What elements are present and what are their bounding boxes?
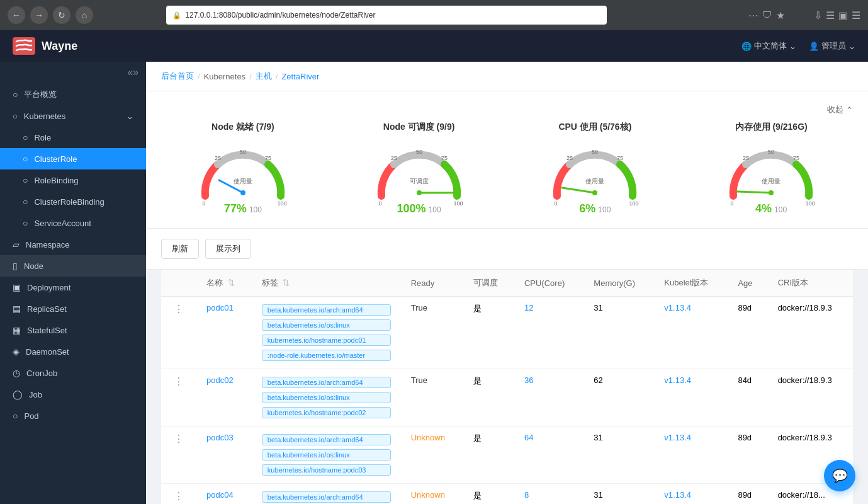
sidebar-collapse[interactable]: «»	[0, 62, 146, 83]
row-age: 84d	[728, 369, 767, 427]
app-title: Wayne	[42, 40, 77, 53]
replicaset-icon: ▤	[13, 304, 21, 314]
row-menu[interactable]: ⋮	[161, 484, 196, 505]
sidebar-item-platform-overview[interactable]: ○ 平台概览	[0, 83, 146, 106]
row-cpu: 64	[514, 427, 583, 484]
sidebar-item-clusterrolebinding[interactable]: ○ ClusterRoleBinding	[0, 191, 146, 212]
home-button[interactable]: ⌂	[76, 6, 93, 24]
sidebar-item-clusterrole[interactable]: ○ ClusterRole	[0, 148, 146, 169]
row-kubelet: v1.13.4	[654, 297, 728, 369]
row-memory: 31	[583, 297, 654, 369]
reload-button[interactable]: ↻	[53, 6, 70, 24]
breadcrumb: 后台首页 / Kubernetes / 主机 / ZettaRiver	[146, 62, 868, 91]
app-logo: Wayne	[13, 37, 77, 55]
sidebar-item-rolebinding[interactable]: ○ RoleBinding	[0, 169, 146, 191]
star-icon[interactable]: ★	[776, 9, 785, 21]
svg-point-25	[769, 190, 774, 195]
float-chat-button[interactable]: 💬	[824, 460, 855, 491]
sidebar-item-role[interactable]: ○ Role	[0, 127, 146, 148]
th-cri: CRI版本	[768, 270, 853, 297]
forward-button[interactable]: →	[30, 6, 48, 24]
job-icon: ◯	[13, 389, 23, 399]
svg-text:25: 25	[566, 155, 573, 161]
th-schedulable: 可调度	[463, 270, 514, 297]
svg-text:75: 75	[265, 155, 271, 161]
sidebar-item-job[interactable]: ◯ Job	[0, 384, 146, 405]
table-row: ⋮ podc02 beta.kubernetes.io/arch:amd64be…	[161, 369, 853, 427]
sidebar-item-node[interactable]: ▯ Node	[0, 255, 146, 277]
sidebar-kubernetes-group[interactable]: ○ Kubernetes ⌄	[0, 106, 146, 127]
breadcrumb-sep2: /	[249, 72, 252, 81]
address-bar[interactable]: 🔒 127.0.0.1:8080/public/admin/kubernetes…	[166, 6, 607, 25]
table-row: ⋮ podc01 beta.kubernetes.io/arch:amd64be…	[161, 297, 853, 369]
gauge-memory: 使用量 0 25 50 75 100	[721, 139, 821, 209]
tag: beta.kubernetes.io/arch:amd64	[262, 434, 391, 445]
row-kubelet: v1.13.4	[654, 427, 728, 484]
collapse-icon[interactable]: «»	[127, 67, 138, 78]
bookmarks-icon[interactable]: ☰	[826, 9, 835, 21]
breadcrumb-sep1: /	[198, 72, 200, 81]
collapse-stats-button[interactable]: 收起 ⌃	[827, 104, 853, 115]
svg-text:使用量: 使用量	[234, 178, 252, 185]
sidebar-item-serviceaccount[interactable]: ○ ServiceAccount	[0, 212, 146, 234]
sidebar-item-pod[interactable]: ○ Pod	[0, 405, 146, 427]
language-selector[interactable]: 🌐 中文简体 ⌄	[741, 40, 796, 52]
breadcrumb-hosts[interactable]: 主机	[256, 71, 272, 82]
row-cri: docker://18.9.3	[768, 369, 853, 427]
sort-tags-icon[interactable]: ⇅	[283, 278, 290, 287]
sidebar-item-deployment[interactable]: ▣ Deployment	[0, 277, 146, 298]
tag: kubernetes.io/hostname:podc03	[262, 464, 391, 476]
sidebar-item-daemonset[interactable]: ◈ DaemonSet	[0, 341, 146, 362]
layout-icon[interactable]: ▣	[838, 9, 848, 21]
stat-memory-title: 内存使用 (9/216G)	[735, 122, 808, 133]
row-menu[interactable]: ⋮	[161, 369, 196, 427]
svg-text:25: 25	[391, 155, 397, 161]
stats-header: 收起 ⌃	[161, 104, 853, 115]
kubernetes-label: Kubernetes	[24, 112, 66, 121]
row-name: podc03	[196, 427, 252, 484]
row-age: 89d	[728, 427, 767, 484]
role-icon: ○	[23, 132, 28, 142]
refresh-button[interactable]: 刷新	[161, 239, 199, 259]
table-row: ⋮ podc03 beta.kubernetes.io/arch:amd64be…	[161, 427, 853, 484]
shield-icon[interactable]: 🛡	[762, 9, 772, 21]
sidebar-item-replicaset[interactable]: ▤ ReplicaSet	[0, 298, 146, 319]
replicaset-label: ReplicaSet	[27, 304, 67, 314]
row-menu[interactable]: ⋮	[161, 427, 196, 484]
breadcrumb-kubernetes: Kubernetes	[204, 72, 246, 81]
top-nav: Wayne 🌐 中文简体 ⌄ 👤 管理员 ⌄	[0, 30, 868, 62]
stat-node-ready: Node 就绪 (7/9)	[161, 122, 325, 215]
row-menu[interactable]: ⋮	[161, 297, 196, 369]
sidebar-item-namespace[interactable]: ▱ Namespace	[0, 234, 146, 255]
menu-icon[interactable]: ☰	[852, 9, 860, 21]
row-schedulable: 是	[463, 297, 514, 369]
sort-name-icon[interactable]: ⇅	[228, 278, 235, 287]
breadcrumb-home[interactable]: 后台首页	[161, 71, 194, 82]
svg-text:0: 0	[555, 200, 558, 207]
gauge-schedulable-total: 100	[429, 205, 441, 214]
sidebar-item-cronjob[interactable]: ◷ CronJob	[0, 362, 146, 384]
row-memory: 31	[583, 484, 654, 505]
app-wrapper: Wayne 🌐 中文简体 ⌄ 👤 管理员 ⌄ «» ○ 平台概览	[0, 30, 868, 504]
tag: beta.kubernetes.io/os:linux	[262, 449, 391, 461]
node-icon: ▯	[13, 261, 18, 271]
svg-text:50: 50	[416, 149, 422, 155]
tag: beta.kubernetes.io/arch:amd64	[262, 491, 391, 503]
chat-icon: 💬	[832, 468, 848, 483]
display-columns-button[interactable]: 展示列	[205, 239, 251, 259]
svg-text:使用量: 使用量	[585, 178, 604, 185]
breadcrumb-sep3: /	[276, 72, 278, 81]
svg-text:50: 50	[592, 149, 598, 155]
back-button[interactable]: ←	[8, 6, 25, 24]
stat-memory-usage: 内存使用 (9/216G) 使用量 0 25 50 7	[689, 122, 853, 215]
serviceaccount-label: ServiceAccount	[34, 219, 91, 228]
job-label: Job	[29, 390, 42, 399]
th-name: 名称 ⇅	[196, 270, 252, 297]
sidebar-item-statefulset[interactable]: ▦ StatefulSet	[0, 319, 146, 341]
node-label: Node	[24, 261, 43, 271]
more-icon[interactable]: ⋯	[748, 9, 758, 21]
download-icon[interactable]: ⇩	[814, 9, 822, 21]
namespace-label: Namespace	[26, 240, 69, 249]
user-menu[interactable]: 👤 管理员 ⌄	[809, 40, 855, 52]
row-ready: True	[401, 297, 463, 369]
